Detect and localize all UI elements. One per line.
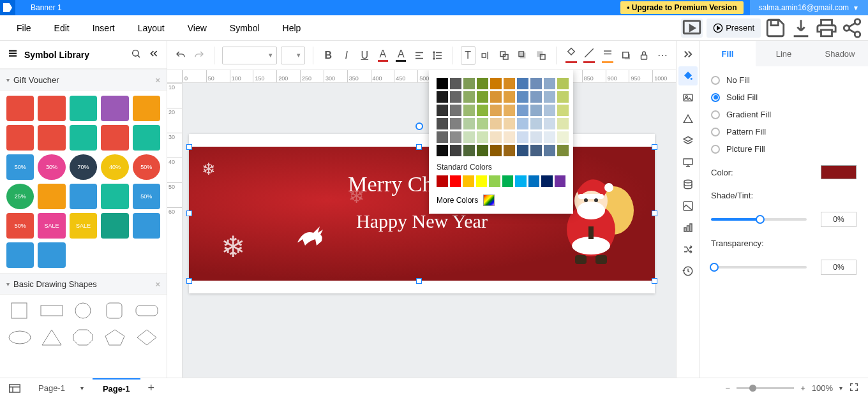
color-swatch[interactable] bbox=[437, 78, 448, 89]
resize-handle[interactable] bbox=[416, 144, 422, 150]
shape-square[interactable] bbox=[6, 300, 33, 321]
collapse-icon[interactable] bbox=[149, 48, 159, 61]
font-family-select[interactable]: ▾ bbox=[222, 47, 277, 64]
color-swatch[interactable] bbox=[544, 131, 555, 143]
color-swatch[interactable] bbox=[463, 145, 475, 156]
symbol-item[interactable]: 30% bbox=[38, 154, 65, 180]
shape-tool-icon[interactable] bbox=[678, 110, 698, 129]
expand-panel-icon[interactable] bbox=[678, 45, 698, 64]
radio-picture-fill[interactable]: Picture Fill bbox=[711, 144, 857, 154]
more-button[interactable]: ⋯ bbox=[655, 46, 670, 65]
history-icon[interactable] bbox=[678, 262, 698, 281]
line-style-button[interactable] bbox=[601, 46, 615, 65]
close-section-icon[interactable]: × bbox=[155, 75, 160, 85]
color-swatch[interactable] bbox=[437, 118, 448, 129]
symbol-item[interactable] bbox=[70, 125, 97, 151]
color-swatch[interactable] bbox=[517, 105, 528, 116]
font-size-select[interactable]: ▾ bbox=[281, 47, 305, 64]
add-page-button[interactable]: + bbox=[140, 381, 163, 395]
radio-solid-fill[interactable]: Solid Fill bbox=[711, 92, 857, 102]
text-tool-button[interactable]: T bbox=[461, 46, 475, 65]
color-swatch[interactable] bbox=[557, 145, 569, 156]
color-swatch[interactable] bbox=[541, 175, 553, 187]
line-spacing-button[interactable] bbox=[430, 46, 445, 65]
color-swatch[interactable] bbox=[477, 105, 488, 116]
page-layout-icon[interactable] bbox=[0, 384, 29, 393]
symbol-item[interactable]: 25% bbox=[6, 184, 34, 209]
color-swatch[interactable] bbox=[450, 131, 461, 143]
color-swatch[interactable] bbox=[544, 78, 555, 89]
bold-button[interactable]: B bbox=[321, 46, 336, 65]
symbol-item[interactable]: SALE bbox=[38, 213, 65, 239]
color-swatch[interactable] bbox=[489, 175, 500, 187]
upgrade-button[interactable]: • Upgrade to Premium Version bbox=[620, 1, 743, 14]
shade-value[interactable]: 0% bbox=[821, 212, 857, 227]
presentation-icon[interactable] bbox=[678, 153, 698, 172]
resize-handle[interactable] bbox=[186, 278, 192, 284]
resize-handle[interactable] bbox=[652, 278, 657, 284]
redo-button[interactable] bbox=[192, 46, 207, 65]
color-swatch[interactable] bbox=[477, 131, 488, 143]
symbol-item[interactable]: 50% bbox=[133, 184, 160, 209]
color-swatch[interactable] bbox=[490, 78, 502, 89]
print-icon[interactable] bbox=[816, 18, 837, 38]
color-swatch[interactable] bbox=[517, 118, 528, 129]
symbol-item[interactable]: 70% bbox=[70, 154, 97, 180]
align-objects-button[interactable] bbox=[479, 46, 494, 65]
database-icon[interactable] bbox=[678, 175, 698, 194]
fill-tool-icon[interactable] bbox=[678, 66, 698, 85]
color-swatch[interactable] bbox=[544, 91, 555, 103]
shape-ellipse[interactable] bbox=[6, 327, 33, 348]
symbol-item[interactable]: 50% bbox=[6, 213, 34, 239]
tab-line[interactable]: Line bbox=[756, 41, 812, 66]
shape-octagon[interactable] bbox=[70, 327, 97, 348]
resize-handle[interactable] bbox=[416, 278, 422, 284]
shape-rect[interactable] bbox=[38, 300, 65, 321]
more-colors-button[interactable]: More Colors bbox=[437, 195, 565, 206]
symbol-item[interactable] bbox=[6, 125, 34, 151]
color-swatch[interactable] bbox=[463, 78, 475, 89]
shape-diamond[interactable] bbox=[133, 327, 160, 348]
radio-pattern-fill[interactable]: Pattern Fill bbox=[711, 127, 857, 136]
color-swatch[interactable] bbox=[530, 91, 542, 103]
symbol-item[interactable]: SALE bbox=[70, 213, 97, 239]
align-button[interactable] bbox=[412, 46, 427, 65]
app-logo[interactable] bbox=[0, 0, 15, 15]
color-swatch[interactable] bbox=[463, 175, 474, 187]
color-swatch[interactable] bbox=[477, 118, 488, 129]
symbol-item[interactable]: 40% bbox=[101, 154, 128, 180]
color-swatch[interactable] bbox=[450, 91, 461, 103]
shape-rounded-sq[interactable] bbox=[101, 300, 128, 321]
resize-handle[interactable] bbox=[652, 210, 657, 216]
underline-button[interactable]: U bbox=[357, 46, 372, 65]
color-swatch[interactable] bbox=[504, 118, 515, 129]
symbol-item[interactable] bbox=[38, 242, 65, 268]
user-menu[interactable]: salma.amin16@gmail.com ▼ bbox=[750, 0, 868, 15]
share-icon[interactable] bbox=[841, 18, 863, 38]
shadow-button[interactable] bbox=[618, 46, 633, 65]
menu-symbol[interactable]: Symbol bbox=[218, 23, 271, 33]
symbol-item[interactable]: 50% bbox=[133, 154, 160, 180]
color-swatch[interactable] bbox=[530, 105, 542, 116]
color-swatch[interactable] bbox=[557, 105, 569, 116]
color-swatch[interactable] bbox=[504, 105, 515, 116]
color-swatch[interactable] bbox=[477, 145, 488, 156]
color-swatch[interactable] bbox=[517, 78, 528, 89]
section-basic-shapes[interactable]: ▾ Basic Drawing Shapes × bbox=[0, 273, 167, 295]
symbol-item[interactable] bbox=[133, 242, 160, 268]
symbol-item[interactable] bbox=[133, 96, 160, 121]
color-swatch[interactable] bbox=[504, 145, 515, 156]
menu-insert[interactable]: Insert bbox=[81, 23, 126, 33]
color-swatch[interactable] bbox=[437, 91, 448, 103]
symbol-item[interactable] bbox=[101, 125, 128, 151]
resize-handle[interactable] bbox=[186, 210, 192, 216]
banner-shape[interactable]: ❄ ❄ ❄ Merry Christmas Happy New Year bbox=[189, 147, 655, 281]
line-color-button[interactable] bbox=[582, 46, 597, 65]
section-gift-voucher[interactable]: ▾ Gift Voucher × bbox=[0, 69, 167, 91]
save-icon[interactable] bbox=[765, 18, 786, 38]
color-swatch[interactable] bbox=[517, 145, 528, 156]
resize-handle[interactable] bbox=[186, 144, 192, 150]
color-swatch[interactable] bbox=[463, 131, 475, 143]
fullscreen-icon[interactable] bbox=[849, 382, 859, 394]
menu-edit[interactable]: Edit bbox=[43, 23, 81, 33]
